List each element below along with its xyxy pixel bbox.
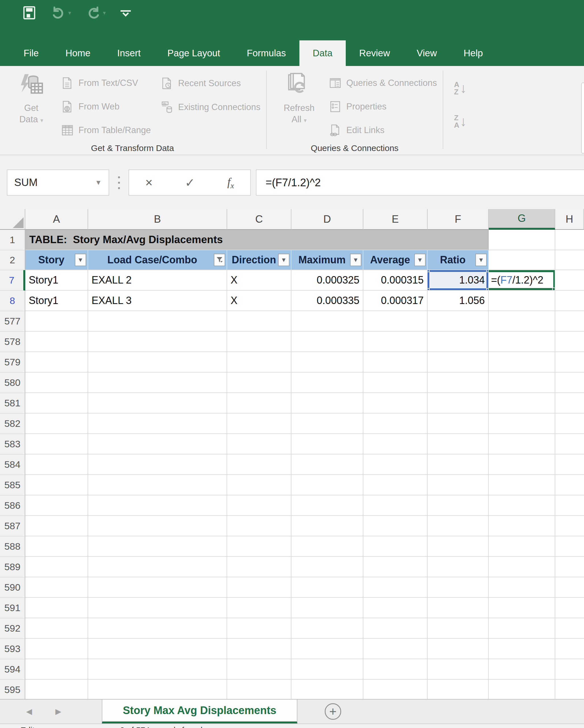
- cell-a8[interactable]: Story1: [25, 291, 88, 311]
- empty-cell[interactable]: [555, 659, 584, 680]
- empty-cell[interactable]: [428, 372, 489, 393]
- from-web-button[interactable]: From Web: [61, 97, 151, 116]
- refresh-all-button[interactable]: Refresh All ▾: [275, 71, 323, 140]
- empty-cell[interactable]: [428, 332, 489, 352]
- empty-cell[interactable]: [88, 516, 227, 536]
- empty-cell[interactable]: [291, 352, 363, 372]
- empty-cell[interactable]: [555, 639, 584, 659]
- empty-cell[interactable]: [428, 598, 489, 618]
- empty-cell[interactable]: [363, 434, 428, 454]
- fill-handle[interactable]: [552, 287, 555, 291]
- name-box-caret-icon[interactable]: ▼: [95, 179, 102, 186]
- empty-cell[interactable]: [428, 434, 489, 454]
- cancel-icon[interactable]: ×: [145, 176, 153, 190]
- empty-cell[interactable]: [25, 557, 88, 577]
- row-header-584[interactable]: 584: [0, 454, 25, 475]
- empty-cell[interactable]: [489, 291, 555, 311]
- empty-cell[interactable]: [555, 291, 584, 311]
- header-cell-direction[interactable]: Direction ▼: [227, 250, 291, 270]
- tab-data[interactable]: Data: [299, 41, 346, 66]
- empty-cell[interactable]: [88, 434, 227, 454]
- empty-cell[interactable]: [555, 372, 584, 393]
- formula-input[interactable]: =(F7/1.2)^2: [256, 170, 584, 196]
- empty-cell[interactable]: [489, 332, 555, 352]
- column-header-b[interactable]: B: [88, 209, 227, 230]
- empty-cell[interactable]: [291, 618, 363, 639]
- undo-button[interactable]: ▾: [51, 6, 71, 19]
- selection-handle[interactable]: [428, 270, 430, 272]
- empty-cell[interactable]: [555, 454, 584, 475]
- empty-cell[interactable]: [363, 577, 428, 598]
- empty-cell[interactable]: [227, 495, 291, 516]
- empty-cell[interactable]: [291, 680, 363, 699]
- filter-dropdown-icon[interactable]: ▼: [350, 254, 362, 266]
- empty-cell[interactable]: [555, 250, 584, 270]
- filter-applied-funnel-icon[interactable]: [214, 254, 225, 266]
- empty-cell[interactable]: [363, 475, 428, 495]
- empty-cell[interactable]: [428, 352, 489, 372]
- empty-cell[interactable]: [227, 372, 291, 393]
- cell-f7-selected[interactable]: 1.034: [428, 270, 489, 291]
- empty-cell[interactable]: [363, 659, 428, 680]
- empty-cell[interactable]: [291, 577, 363, 598]
- empty-cell[interactable]: [25, 659, 88, 680]
- table-title-cell[interactable]: TABLE: Story Max/Avg Displacements: [25, 230, 489, 250]
- empty-cell[interactable]: [489, 516, 555, 536]
- cell-b8[interactable]: EXALL 3: [88, 291, 227, 311]
- column-header-a[interactable]: A: [25, 209, 88, 230]
- empty-cell[interactable]: [489, 639, 555, 659]
- empty-cell[interactable]: [25, 434, 88, 454]
- empty-cell[interactable]: [25, 352, 88, 372]
- empty-cell[interactable]: [227, 598, 291, 618]
- row-header-594[interactable]: 594: [0, 659, 25, 680]
- customize-quick-access-toolbar-icon[interactable]: [121, 10, 131, 16]
- row-header-587[interactable]: 587: [0, 516, 25, 536]
- row-header-577[interactable]: 577: [0, 311, 25, 332]
- empty-cell[interactable]: [88, 598, 227, 618]
- empty-cell[interactable]: [25, 639, 88, 659]
- empty-cell[interactable]: [489, 454, 555, 475]
- enter-icon[interactable]: ✓: [185, 176, 195, 190]
- cell-e7[interactable]: 0.000315: [363, 270, 428, 291]
- empty-cell[interactable]: [555, 598, 584, 618]
- empty-cell[interactable]: [291, 332, 363, 352]
- empty-cell[interactable]: [428, 475, 489, 495]
- empty-cell[interactable]: [291, 311, 363, 332]
- empty-cell[interactable]: [489, 495, 555, 516]
- empty-cell[interactable]: [25, 618, 88, 639]
- edit-links-button[interactable]: Edit Links: [329, 120, 437, 140]
- empty-cell[interactable]: [291, 598, 363, 618]
- column-header-f[interactable]: F: [428, 209, 489, 230]
- header-cell-ratio[interactable]: Ratio ▼: [428, 250, 489, 270]
- empty-cell[interactable]: [555, 516, 584, 536]
- empty-cell[interactable]: [555, 557, 584, 577]
- empty-cell[interactable]: [428, 516, 489, 536]
- filter-dropdown-icon[interactable]: ▼: [414, 254, 426, 266]
- empty-cell[interactable]: [555, 332, 584, 352]
- empty-cell[interactable]: [227, 536, 291, 557]
- column-header-c[interactable]: C: [227, 209, 291, 230]
- cell-e8[interactable]: 0.000317: [363, 291, 428, 311]
- cell-b7[interactable]: EXALL 2: [88, 270, 227, 291]
- empty-cell[interactable]: [428, 414, 489, 434]
- existing-connections-button[interactable]: Existing Connections: [160, 97, 261, 117]
- empty-cell[interactable]: [555, 393, 584, 414]
- empty-cell[interactable]: [428, 618, 489, 639]
- empty-cell[interactable]: [428, 639, 489, 659]
- empty-cell[interactable]: [25, 495, 88, 516]
- row-header-582[interactable]: 582: [0, 414, 25, 434]
- empty-cell[interactable]: [291, 557, 363, 577]
- tab-file[interactable]: File: [10, 41, 52, 66]
- empty-cell[interactable]: [555, 434, 584, 454]
- row-header-583[interactable]: 583: [0, 434, 25, 454]
- column-header-e[interactable]: E: [363, 209, 428, 230]
- empty-cell[interactable]: [88, 454, 227, 475]
- empty-cell[interactable]: [489, 250, 555, 270]
- tab-view[interactable]: View: [403, 41, 450, 66]
- cell-c7[interactable]: X: [227, 270, 291, 291]
- empty-cell[interactable]: [363, 557, 428, 577]
- tab-page-layout[interactable]: Page Layout: [154, 41, 233, 66]
- empty-cell[interactable]: [25, 332, 88, 352]
- from-table-range-button[interactable]: From Table/Range: [61, 120, 151, 140]
- name-box[interactable]: SUM ▼: [7, 170, 109, 196]
